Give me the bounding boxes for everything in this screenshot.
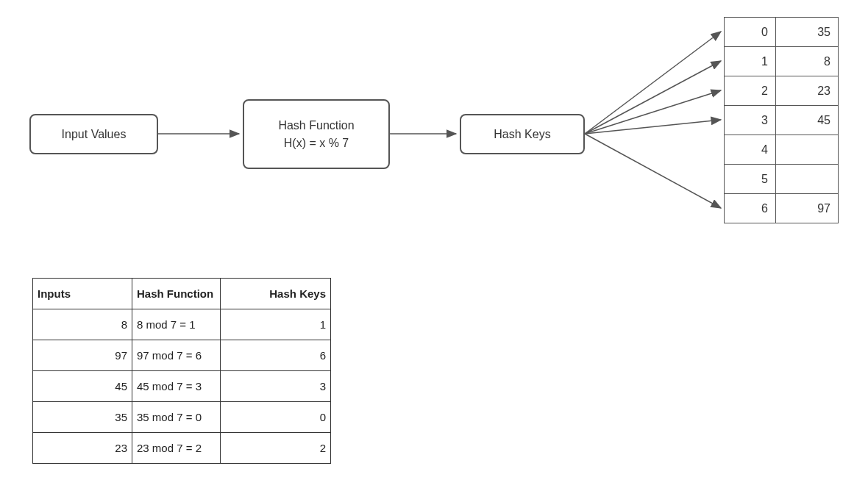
bucket-index: 3 (725, 106, 776, 135)
header-hashkeys: Hash Keys (221, 279, 331, 309)
table-row: 45 45 mod 7 = 3 3 (33, 371, 331, 402)
hash-function-label-line2: H(x) = x % 7 (284, 135, 349, 152)
arrow-to-bucket-0 (585, 32, 721, 134)
bucket-index: 6 (725, 194, 776, 223)
arrow-to-bucket-2 (585, 90, 721, 134)
bucket-value: 35 (776, 18, 839, 47)
calc-fn: 45 mod 7 = 3 (132, 371, 221, 402)
bucket-value (776, 165, 839, 194)
bucket-index: 0 (725, 18, 776, 47)
bucket-value: 97 (776, 194, 839, 223)
calc-fn: 8 mod 7 = 1 (132, 309, 221, 340)
calc-key: 0 (221, 402, 331, 433)
hash-function-box: Hash Function H(x) = x % 7 (243, 99, 390, 169)
calc-key: 1 (221, 309, 331, 340)
input-values-label: Input Values (62, 128, 127, 141)
table-row: 0 35 (725, 18, 839, 47)
table-row: 5 (725, 165, 839, 194)
hash-bucket-table: 0 35 1 8 2 23 3 45 4 5 6 97 (724, 17, 839, 223)
calc-fn: 97 mod 7 = 6 (132, 340, 221, 371)
bucket-index: 1 (725, 47, 776, 76)
input-values-box: Input Values (29, 114, 158, 154)
bucket-index: 5 (725, 165, 776, 194)
header-inputs: Inputs (33, 279, 132, 309)
calculation-table: Inputs Hash Function Hash Keys 8 8 mod 7… (32, 278, 331, 464)
table-row: 23 23 mod 7 = 2 2 (33, 433, 331, 464)
bucket-value: 45 (776, 106, 839, 135)
bucket-value: 8 (776, 47, 839, 76)
calc-input: 97 (33, 340, 132, 371)
calc-fn: 35 mod 7 = 0 (132, 402, 221, 433)
arrow-to-bucket-6 (585, 134, 721, 208)
bucket-index: 4 (725, 135, 776, 165)
table-header-row: Inputs Hash Function Hash Keys (33, 279, 331, 309)
calc-input: 8 (33, 309, 132, 340)
arrow-to-bucket-3 (585, 120, 721, 134)
arrow-to-bucket-1 (585, 61, 721, 134)
calc-input: 35 (33, 402, 132, 433)
table-row: 8 8 mod 7 = 1 1 (33, 309, 331, 340)
hash-function-label-line1: Hash Function (278, 117, 354, 135)
bucket-value: 23 (776, 76, 839, 106)
table-row: 3 45 (725, 106, 839, 135)
hash-keys-label: Hash Keys (494, 128, 550, 141)
calc-key: 6 (221, 340, 331, 371)
table-row: 6 97 (725, 194, 839, 223)
bucket-index: 2 (725, 76, 776, 106)
calc-key: 3 (221, 371, 331, 402)
calc-input: 23 (33, 433, 132, 464)
calc-fn: 23 mod 7 = 2 (132, 433, 221, 464)
calc-input: 45 (33, 371, 132, 402)
table-row: 97 97 mod 7 = 6 6 (33, 340, 331, 371)
table-row: 1 8 (725, 47, 839, 76)
table-row: 2 23 (725, 76, 839, 106)
bucket-value (776, 135, 839, 165)
header-hashfn: Hash Function (132, 279, 221, 309)
table-row: 35 35 mod 7 = 0 0 (33, 402, 331, 433)
hash-keys-box: Hash Keys (460, 114, 585, 154)
calc-key: 2 (221, 433, 331, 464)
table-row: 4 (725, 135, 839, 165)
